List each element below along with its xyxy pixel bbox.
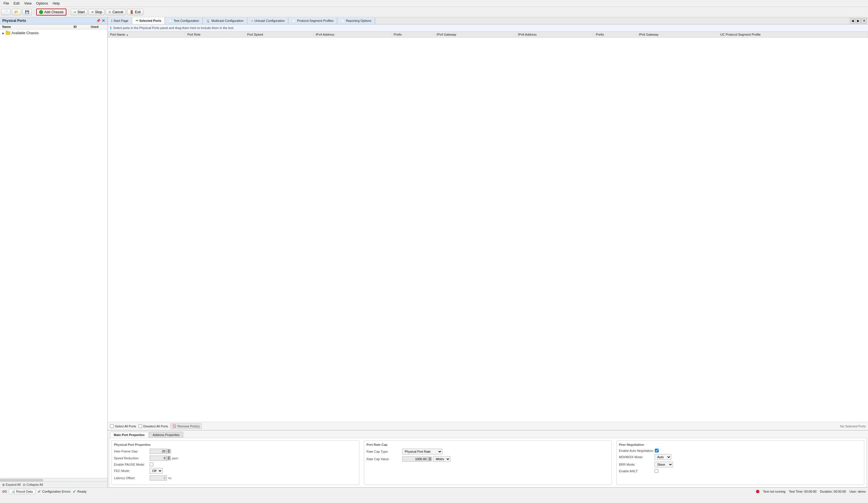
add-chassis-button[interactable]: Add Chassis xyxy=(36,9,66,16)
expand-all-button[interactable]: ⊞ Expand All xyxy=(2,483,21,486)
menu-file[interactable]: File xyxy=(1,1,11,6)
cancel-icon: ✖ xyxy=(108,10,111,14)
select-all-checkbox-input[interactable] xyxy=(110,424,114,428)
rate-cap-value-input[interactable] xyxy=(402,456,428,462)
tab-selected-ports[interactable]: ⇒ Selected Ports xyxy=(132,17,165,24)
prop-tab-address-label: Address Properties xyxy=(153,433,180,436)
enable-anlt-checkbox[interactable] xyxy=(654,469,658,473)
result-data-tab[interactable]: 📊 Result Data xyxy=(9,489,35,494)
enable-pause-mode-row: Enable PAUSE Mode: xyxy=(114,462,357,466)
select-all-ports-checkbox[interactable]: Select All Ports xyxy=(110,424,136,428)
deselect-all-ports-checkbox[interactable]: Deselect All Ports xyxy=(138,424,168,428)
tab-unicast-configuration[interactable]: ⇒ Unicast Configuration xyxy=(247,18,288,24)
left-panel-scrollbar[interactable] xyxy=(0,478,107,481)
speed-reduction-input[interactable] xyxy=(149,455,167,461)
panel-close-button[interactable]: ✕ xyxy=(102,18,105,23)
new-button[interactable]: 📄 xyxy=(1,9,11,15)
tab-multicast-configuration[interactable]: 📡 Multicast Configuration xyxy=(203,18,247,24)
menu-view[interactable]: View xyxy=(22,1,34,6)
left-panel-content: ▶ Available Chassis xyxy=(0,29,107,478)
stop-button[interactable]: ⏹ Stop xyxy=(89,9,105,15)
col-prefix-1: Prefix xyxy=(391,32,434,38)
test-time: Test Time: 00:00:00 xyxy=(789,490,817,493)
fec-mode-select[interactable]: Off On xyxy=(149,468,163,474)
exit-button[interactable]: 🚪 Exit xyxy=(127,9,143,15)
peer-negotiation-group: Peer Negotiation Enable Auto Negotiation… xyxy=(617,440,864,485)
duration: Duration: 00:00:00 xyxy=(820,490,846,493)
unicast-tab-icon: ⇒ xyxy=(251,19,253,23)
col-prefix-1-label: Prefix xyxy=(394,33,402,36)
inter-frame-gap-input[interactable] xyxy=(149,449,167,454)
cancel-button[interactable]: ✖ Cancel xyxy=(106,9,125,15)
tab-test-configuration[interactable]: 📄 Test Configuration xyxy=(165,18,203,24)
col-used: Used xyxy=(91,25,105,29)
expand-all-icon: ⊞ xyxy=(2,483,4,486)
speed-reduction-label: Speed Reduction: xyxy=(114,456,148,460)
tab-scroll-left-button[interactable]: ◀ xyxy=(850,18,855,23)
selected-ports-tab-icon: ⇒ xyxy=(136,19,138,22)
configuration-errors-tab[interactable]: ✔ Configuration Errors xyxy=(38,489,70,494)
expand-all-label: Expand All xyxy=(6,483,21,486)
enable-pause-mode-checkbox[interactable] xyxy=(149,462,153,466)
speed-reduction-down[interactable]: ▼ xyxy=(167,458,171,461)
port-rate-cap-group-title: Port Rate Cap xyxy=(366,443,609,446)
inter-frame-gap-row: Inter-Frame Gap: ▲ ▼ xyxy=(114,449,357,454)
left-panel-columns: Name ID Used xyxy=(0,24,107,29)
mdi-mdix-select[interactable]: Auto MDI MDIX xyxy=(654,454,671,460)
peer-negotiation-group-title: Peer Negotiation xyxy=(619,443,862,446)
prop-tab-address[interactable]: Address Properties xyxy=(149,432,184,438)
col-ipv6-gateway-label: IPv6 Gateway xyxy=(639,33,658,36)
config-errors-icon: ✔ xyxy=(38,489,41,494)
tab-close-button[interactable]: ✕ xyxy=(861,18,867,23)
menu-edit[interactable]: Edit xyxy=(11,1,22,6)
open-button[interactable]: 📂 xyxy=(12,9,21,15)
col-uc-profile-label: UC Protocol Segment Profile xyxy=(720,33,761,36)
remove-ports-button[interactable]: 🚫 Remove Port(s) xyxy=(170,423,202,429)
prop-tabs: Main Port Properties Address Properties xyxy=(108,431,868,438)
rate-cap-type-row: Rate Cap Type: Physical Port Rate Custom… xyxy=(366,449,609,454)
port-rate-cap-group: Port Rate Cap Rate Cap Type: Physical Po… xyxy=(364,440,612,485)
mdi-mdix-label: MDI/MDIX Mode: xyxy=(619,455,653,459)
start-button[interactable]: ⇒ Start xyxy=(71,9,87,15)
add-chassis-label: Add Chassis xyxy=(44,10,63,14)
remove-ports-icon: 🚫 xyxy=(172,424,176,428)
save-button[interactable]: 💾 xyxy=(22,9,32,15)
tab-reporting-options[interactable]: 📄 Reporting Options xyxy=(337,18,375,24)
col-port-role: Port Role xyxy=(185,32,245,38)
result-data-icon: 📊 xyxy=(11,490,15,493)
unicast-tab-label: Unicast Configuration xyxy=(255,19,285,22)
tab-protocol-segment-profiles[interactable]: 📄 Protocol Segment Profiles xyxy=(288,18,337,24)
rate-cap-down[interactable]: ▼ xyxy=(428,459,432,461)
inter-frame-gap-down[interactable]: ▼ xyxy=(167,451,171,454)
brr-mode-label: BRR Mode: xyxy=(619,463,653,466)
port-table-area: Port Name ▲ Port Role Port Speed IPv4 Ad… xyxy=(108,32,868,422)
panel-pin-icon[interactable]: 📌 xyxy=(96,19,101,23)
cancel-label: Cancel xyxy=(112,10,123,14)
rate-cap-unit-select[interactable]: Mbit/s Gbit/s xyxy=(433,456,451,462)
port-table-header-row: Port Name ▲ Port Role Port Speed IPv4 Ad… xyxy=(108,32,868,38)
collapse-all-label: Collapse All xyxy=(27,483,43,486)
test-running-indicator xyxy=(756,490,760,493)
latency-offset-input xyxy=(149,475,167,481)
col-ipv4-gateway-label: IPv4 Gateway xyxy=(437,33,456,36)
enable-pause-mode-label: Enable PAUSE Mode: xyxy=(114,463,148,466)
tab-start-page[interactable]: ℹ Start Page xyxy=(108,18,132,24)
col-port-name[interactable]: Port Name ▲ xyxy=(108,32,185,38)
col-port-speed: Port Speed xyxy=(245,32,313,38)
enable-auto-neg-checkbox[interactable] xyxy=(655,449,659,452)
menu-options[interactable]: Options xyxy=(34,1,50,6)
menu-help[interactable]: Help xyxy=(50,1,62,6)
deselect-all-checkbox-input[interactable] xyxy=(138,424,142,428)
tree-root-item[interactable]: ▶ Available Chassis xyxy=(2,30,105,36)
col-ipv4-gateway: IPv4 Gateway xyxy=(434,32,516,38)
port-table: Port Name ▲ Port Role Port Speed IPv4 Ad… xyxy=(108,32,868,38)
menu-bar: File Edit View Options Help xyxy=(0,0,868,7)
prop-tab-main[interactable]: Main Port Properties xyxy=(110,432,148,438)
rate-cap-value-row: Rate Cap Value: ▲ ▼ Mbit/s Gbit/s xyxy=(366,456,609,462)
tab-scroll-right-button[interactable]: ▶ xyxy=(856,18,861,23)
collapse-all-button[interactable]: ⊟ Collapse All xyxy=(23,483,43,486)
rate-cap-type-select[interactable]: Physical Port Rate Custom Rate xyxy=(402,449,442,454)
latency-offset-label: Latency Offset: xyxy=(114,476,148,480)
brr-mode-select[interactable]: Slave Master xyxy=(654,462,673,467)
enable-auto-neg-row: Enable Auto Negotiation: xyxy=(619,449,862,452)
